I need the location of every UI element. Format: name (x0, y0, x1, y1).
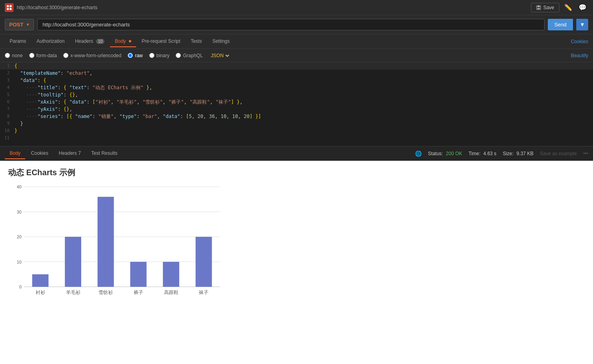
radio-binary[interactable]: binary (149, 53, 170, 58)
save-example-link[interactable]: Save as example (540, 151, 577, 156)
tab-tests[interactable]: Tests (186, 36, 207, 47)
size-label: Size: 9.37 KB (503, 151, 534, 156)
svg-rect-1 (10, 5, 12, 7)
svg-rect-26 (163, 262, 179, 287)
top-bar: http://localhost:3000/generate-echarts S… (0, 0, 593, 15)
request-tabs-row: Params Authorization Headers 10 Body Pre… (0, 34, 593, 49)
resp-tab-headers[interactable]: Headers 7 (54, 148, 86, 159)
svg-text:0: 0 (19, 284, 22, 289)
svg-rect-6 (537, 8, 540, 9)
top-bar-url: http://localhost:3000/generate-echarts (17, 5, 528, 10)
edit-icon-button[interactable]: ✏️ (563, 2, 574, 13)
resp-tab-body[interactable]: Body (5, 148, 25, 159)
response-status: 🌐 Status: 200 OK Time: 4.63 s Size: 9.37… (415, 150, 588, 157)
top-bar-actions: Save ✏️ 💬 (531, 2, 588, 13)
tab-settings[interactable]: Settings (208, 36, 234, 47)
tab-body[interactable]: Body (110, 36, 136, 47)
tab-authorization[interactable]: Authorization (32, 36, 69, 47)
save-icon (536, 5, 541, 10)
radio-graphql[interactable]: GraphQL (176, 53, 202, 58)
body-type-row: none form-data x-www-form-urlencoded raw… (0, 49, 593, 62)
code-line: 11 (0, 134, 593, 142)
svg-text:裤子: 裤子 (134, 290, 143, 295)
radio-form-data[interactable]: form-data (29, 53, 57, 58)
code-line: 4 ····"title": { "text": "动态 ECharts 示例"… (0, 84, 593, 91)
svg-rect-20 (65, 237, 81, 287)
svg-text:高跟鞋: 高跟鞋 (164, 290, 178, 295)
resp-tab-cookies[interactable]: Cookies (26, 148, 53, 159)
svg-rect-3 (10, 8, 12, 10)
send-button[interactable]: Send (548, 19, 573, 30)
svg-text:20: 20 (17, 234, 22, 239)
comment-icon-button[interactable]: 💬 (577, 2, 588, 13)
svg-rect-22 (98, 197, 114, 287)
globe-icon: 🌐 (415, 150, 422, 157)
url-input[interactable] (37, 19, 545, 30)
tab-pre-request[interactable]: Pre-request Script (137, 36, 185, 47)
body-dot (129, 40, 131, 42)
chart-area: 010203040衬衫羊毛衫雪纺衫裤子高跟鞋袜子 (8, 183, 224, 307)
svg-text:10: 10 (17, 260, 22, 264)
chart-container: 动态 ECharts 示例 010203040衬衫羊毛衫雪纺衫裤子高跟鞋袜子 (0, 161, 593, 364)
save-button[interactable]: Save (531, 3, 559, 12)
cookies-link[interactable]: Cookies (571, 39, 588, 44)
radio-none[interactable]: none (5, 53, 23, 58)
radio-raw[interactable]: raw (128, 53, 142, 58)
resp-tab-test-results[interactable]: Test Results (86, 148, 122, 159)
method-chevron: ▼ (26, 22, 30, 27)
svg-rect-5 (537, 6, 540, 7)
bar-chart-svg: 010203040衬衫羊毛衫雪纺衫裤子高跟鞋袜子 (8, 183, 224, 307)
app-icon (5, 3, 14, 12)
beautify-link[interactable]: Beautify (571, 53, 588, 58)
code-line: 9 } (0, 120, 593, 127)
svg-text:40: 40 (17, 184, 22, 189)
code-line: 1{ (0, 62, 593, 70)
svg-text:羊毛衫: 羊毛衫 (66, 290, 80, 295)
resp-headers-badge: 7 (78, 150, 81, 156)
code-line: 10} (0, 127, 593, 134)
response-tabs-row: Body Cookies Headers 7 Test Results 🌐 St… (0, 146, 593, 161)
svg-text:30: 30 (17, 210, 22, 214)
svg-rect-28 (196, 237, 212, 287)
method-label: POST (9, 22, 23, 28)
chart-title: 动态 ECharts 示例 (8, 167, 585, 178)
code-line: 3 "data": { (0, 77, 593, 84)
svg-text:雪纺衫: 雪纺衫 (98, 290, 113, 295)
send-dropdown-button[interactable]: ▼ (576, 19, 588, 30)
svg-rect-24 (130, 262, 146, 287)
code-line: 2 "templateName": "echart", (0, 70, 593, 77)
tab-headers[interactable]: Headers 10 (70, 36, 109, 47)
radio-urlencoded[interactable]: x-www-form-urlencoded (63, 53, 121, 58)
code-line: 7 ····"yAxis": {}, (0, 106, 593, 113)
status-label: Status: 200 OK (428, 151, 462, 156)
svg-rect-18 (32, 274, 48, 287)
more-button[interactable]: ••• (583, 151, 588, 156)
format-select[interactable]: JSON (209, 52, 230, 59)
headers-badge: 10 (96, 39, 104, 44)
status-code: 200 OK (446, 151, 462, 156)
url-bar: POST ▼ Send ▼ (0, 15, 593, 34)
method-select[interactable]: POST ▼ (5, 19, 34, 30)
svg-text:衬衫: 衬衫 (36, 290, 45, 295)
code-line: 5 ····"tooltip": {}, (0, 91, 593, 98)
code-editor[interactable]: 1{2 "templateName": "echart",3 "data": {… (0, 62, 593, 146)
svg-text:袜子: 袜子 (199, 290, 208, 295)
code-line: 8 ····"series": [{ "name": "销量", "type":… (0, 113, 593, 120)
size-value: 9.37 KB (517, 151, 534, 156)
tab-params[interactable]: Params (5, 36, 31, 47)
svg-rect-0 (7, 5, 9, 7)
time-label: Time: 4.63 s (469, 151, 497, 156)
response-body: 动态 ECharts 示例 010203040衬衫羊毛衫雪纺衫裤子高跟鞋袜子 (0, 161, 593, 364)
svg-rect-2 (7, 8, 9, 10)
time-value: 4.63 s (483, 151, 497, 156)
code-line: 6 ····"xAxis": { "data": ["衬衫", "羊毛衫", "… (0, 98, 593, 106)
